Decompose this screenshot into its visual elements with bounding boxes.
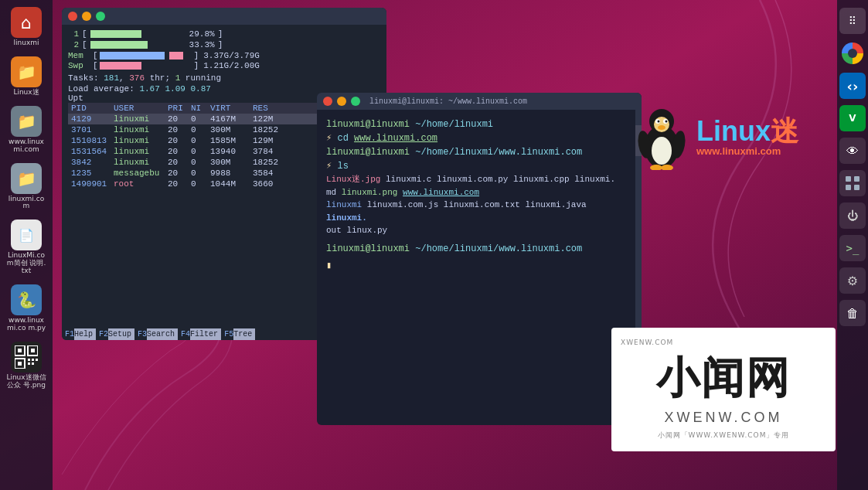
terminal-titlebar: linuxmi@linuxmi: ~/www.linuxmi.com [317,93,642,110]
col-virt: VIRT [210,104,253,113]
txt-icon: 📄 [11,219,42,250]
fn-filter[interactable]: Filter [190,328,221,340]
svg-rect-9 [32,362,34,365]
folder-orange-icon: 📁 [11,56,42,87]
terminal-line-9: linuxmi@linuxmi ~/home/linuxmi/www.linux… [326,242,632,256]
watermark-footer: 小闻网「WWW.XWENW.COM」专用 [658,430,790,441]
mem-used: 3.37G [203,51,229,60]
right-dock-apps[interactable]: ⠿ [839,8,866,34]
terminal-window: linuxmi@linuxmi: ~/www.linuxmi.com linux… [317,93,642,425]
svg-rect-14 [854,185,859,190]
dock-item-home[interactable]: ⌂ linuxmi [5,4,48,50]
mem-row: Mem [ ] 3.37G/3.79G [68,51,380,60]
dock-item-folder1[interactable]: 📁 Linux迷 [5,53,48,100]
dock-label-qr: Linux迷微信公众 号.png [6,374,46,390]
load-values: 1.67 1.09 0.87 [139,84,210,94]
cpu2-row: 2 [ 33.3% ] [68,40,380,49]
mem-label: Mem [68,51,91,60]
window-minimize-btn[interactable] [82,12,91,21]
svg-rect-13 [846,185,851,190]
dock-label-folder1: Linux迷 [13,89,39,97]
dock-item-qr[interactable]: Linux迷微信公众 号.png [5,339,48,393]
fn-search[interactable]: Search [147,328,178,340]
terminal-line-6: md linuxmi.png www.linuxmi.com [326,186,632,199]
fn-setup[interactable]: Setup [108,328,134,340]
terminal-minimize-btn[interactable] [337,97,346,106]
right-dock-vim[interactable]: V [839,105,866,131]
folder-light-icon: 📁 [11,163,42,194]
svg-rect-10 [36,359,38,361]
dock-label-py: www.linuxmi.co m.py [6,317,46,332]
window-maximize-btn[interactable] [96,12,105,21]
htop-titlebar [62,8,386,25]
terminal-line-5: Linux迷.jpg linuxmi.c linuxmi.com.py linu… [326,173,632,186]
col-pid: PID [71,104,114,113]
svg-point-23 [658,125,665,130]
linux-text-mi: 迷 [771,115,798,147]
swp-total: 2.00G [234,61,260,70]
window-close-btn[interactable] [68,12,77,21]
terminal-line-1: linuxmi@linuxmi ~/home/linuxmi [326,117,632,131]
swp-label: Swp [68,61,91,70]
terminal-title: linuxmi@linuxmi: ~/www.linuxmi.com [369,97,527,106]
dock-item-txt[interactable]: 📄 LinuxMi.com简创 说明.txt [5,216,48,278]
tasks-threads: 376 [129,73,145,83]
terminal-line-4: ⚡ ls [326,159,632,173]
col-ni: NI [191,104,210,113]
right-dock-eye[interactable]: 👁 [839,138,866,164]
terminal-maximize-btn[interactable] [351,97,360,106]
watermark-top-label: XWENW.COM [611,339,673,346]
dock-label-folder3: linuxmi.com [6,196,46,211]
cpu1-percent: 29.8% [189,29,215,39]
cpu1-num: 1 [68,29,79,39]
terminal-content[interactable]: linuxmi@linuxmi ~/home/linuxmi ⚡ cd www.… [317,110,642,281]
svg-rect-12 [854,176,859,182]
linux-logo-overlay: Linux迷 www.linuxmi.com [635,104,798,170]
tasks-line: Tasks: 181, 376 thr; 1 running [68,73,380,83]
svg-rect-1 [18,349,22,352]
terminal-line-3: linuxmi@linuxmi ~/home/linuxmi/www.linux… [326,145,632,159]
svg-point-21 [657,121,659,123]
linux-text-logo: Linux迷 www.linuxmi.com [696,117,798,157]
cpu2-num: 2 [68,40,79,49]
dock-label-home: linuxmi [13,39,39,47]
svg-point-22 [665,121,667,123]
svg-point-16 [652,137,672,165]
terminal-cursor-line: ▮ [326,259,632,273]
dock-item-folder3[interactable]: 📁 linuxmi.com [5,160,48,214]
svg-rect-11 [846,176,851,182]
folder-gray-icon: 📁 [11,106,42,137]
right-dock-settings[interactable]: ⚙ [839,267,866,294]
fn-tree[interactable]: Tree [233,328,255,340]
col-pri: PRI [168,104,191,113]
svg-rect-8 [28,362,30,365]
svg-rect-5 [18,362,22,366]
linux-url: www.linuxmi.com [696,145,798,157]
terminal-line-2: ⚡ cd www.linuxmi.com [326,131,632,145]
tux-penguin-icon [635,104,689,170]
terminal-close-btn[interactable] [323,97,332,106]
cpu1-row: 1 [ 29.8% ] [68,29,380,39]
dock-item-folder2[interactable]: 📁 www.linuxmi.com [5,103,48,157]
right-dock-grid[interactable] [839,170,866,196]
right-dock-vscode[interactable]: ‹› [839,73,866,99]
application-dock: ⌂ linuxmi 📁 Linux迷 📁 www.linuxmi.com 📁 l… [0,0,53,490]
right-dock-chrome[interactable] [839,40,866,66]
dock-label-folder2: www.linuxmi.com [6,138,46,154]
right-application-dock: ⠿ ‹› V 👁 ⏻ >_ ⚙ 🗑 [837,0,868,490]
tasks-running: 1 [175,73,181,83]
watermark-title: 小闻网 [656,349,791,408]
col-user: USER [114,104,168,113]
right-dock-terminal[interactable]: >_ [839,235,866,261]
cpu2-percent: 33.3% [189,40,215,49]
swp-used: 1.21G [203,61,229,70]
dock-item-py[interactable]: 🐍 www.linuxmi.co m.py [5,281,48,335]
right-dock-toggle[interactable]: ⏻ [839,202,866,229]
python-icon: 🐍 [11,284,42,315]
right-dock-trash[interactable]: 🗑 [839,300,866,326]
mem-total: 3.79G [234,51,260,60]
fn-help[interactable]: Help [74,328,96,340]
swp-row: Swp [ ] 1.21G/2.00G [68,61,380,70]
svg-rect-7 [32,359,34,361]
terminal-line-8: out linux.py [326,224,632,237]
